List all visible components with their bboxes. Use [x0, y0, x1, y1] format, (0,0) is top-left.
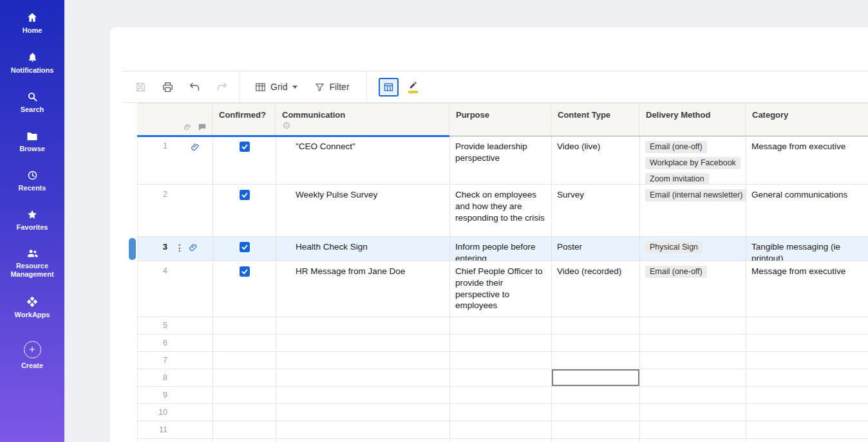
- checkbox-checked[interactable]: [240, 266, 250, 277]
- cell-category[interactable]: [746, 439, 868, 442]
- cell-confirmed[interactable]: [213, 404, 276, 421]
- cell-purpose[interactable]: [450, 421, 552, 438]
- cell-communication[interactable]: HR Message from Jane Doe: [276, 261, 450, 317]
- cell-communication[interactable]: [276, 369, 450, 386]
- attachment-icon[interactable]: [189, 242, 198, 255]
- cell-category[interactable]: [746, 421, 868, 438]
- sidebar-item-browse[interactable]: Browse: [3, 131, 62, 153]
- cell-communication[interactable]: [276, 439, 450, 442]
- row-number-cell[interactable]: 3 ⋮: [138, 237, 213, 261]
- cell-category[interactable]: General communications: [746, 185, 868, 236]
- cell-purpose[interactable]: [450, 404, 552, 421]
- cell-purpose[interactable]: [450, 335, 552, 351]
- cell-purpose[interactable]: Provide leadership perspective: [450, 136, 552, 184]
- row-number-cell[interactable]: 11: [138, 421, 213, 438]
- cell-category[interactable]: Tangible messaging (ie printout): [746, 237, 868, 261]
- row-number-cell[interactable]: 6: [138, 335, 213, 351]
- sidebar-item-resource-management[interactable]: Resource Management: [3, 248, 62, 279]
- cell-delivery-method[interactable]: [640, 421, 746, 438]
- cell-communication[interactable]: [276, 404, 450, 421]
- cell-confirmed[interactable]: [213, 439, 276, 442]
- cell-content-type[interactable]: [552, 404, 640, 421]
- cell-category[interactable]: [746, 369, 868, 386]
- cell-purpose[interactable]: [450, 387, 552, 403]
- cell-category[interactable]: [746, 335, 868, 351]
- cell-confirmed[interactable]: [213, 317, 276, 334]
- row-number-cell[interactable]: 7: [138, 352, 213, 369]
- cell-category[interactable]: [746, 404, 868, 421]
- active-cell-cursor[interactable]: [552, 369, 640, 386]
- cell-content-type[interactable]: [552, 421, 640, 438]
- cell-category[interactable]: [746, 317, 868, 334]
- row-number-header[interactable]: [137, 104, 212, 136]
- cell-delivery-method[interactable]: [640, 352, 746, 369]
- cell-communication[interactable]: [276, 317, 450, 334]
- column-header-content-type[interactable]: Content Type: [551, 104, 639, 136]
- cell-communication[interactable]: [276, 421, 450, 438]
- table-view-toggle-button[interactable]: [379, 78, 399, 97]
- row-number-cell[interactable]: 9: [138, 387, 213, 403]
- sidebar-item-search[interactable]: Search: [3, 91, 62, 114]
- cell-purpose[interactable]: Chief People Officer to provide their pe…: [450, 261, 552, 317]
- column-header-communication[interactable]: Communication: [276, 104, 449, 136]
- cell-confirmed[interactable]: [213, 136, 276, 184]
- cell-delivery-method[interactable]: [640, 404, 746, 421]
- cell-content-type[interactable]: [552, 439, 640, 442]
- row-number-cell[interactable]: 1: [138, 136, 213, 184]
- cell-delivery-method[interactable]: [640, 439, 746, 442]
- row-number-cell[interactable]: 10: [138, 404, 213, 421]
- cell-content-type[interactable]: [552, 352, 640, 369]
- cell-communication[interactable]: Weekly Pulse Survey: [276, 185, 450, 236]
- sidebar-item-home[interactable]: Home: [3, 12, 62, 35]
- cell-content-type[interactable]: [552, 335, 640, 351]
- cell-communication[interactable]: Health Check Sign: [276, 237, 450, 261]
- attachment-icon[interactable]: [191, 142, 200, 154]
- undo-button[interactable]: [187, 79, 202, 95]
- row-number-cell[interactable]: [138, 439, 213, 442]
- cell-delivery-method[interactable]: Email (internal newsletter): [640, 185, 746, 236]
- cell-purpose[interactable]: [450, 439, 552, 442]
- save-button[interactable]: [133, 79, 148, 95]
- cell-content-type[interactable]: [552, 387, 640, 403]
- cell-communication[interactable]: [276, 335, 450, 351]
- checkbox-checked[interactable]: [240, 190, 250, 200]
- cell-communication[interactable]: "CEO Connect": [276, 136, 450, 184]
- sidebar-item-recents[interactable]: Recents: [3, 170, 62, 192]
- cell-delivery-method[interactable]: Physical Sign: [640, 237, 746, 261]
- cell-delivery-method[interactable]: [640, 317, 746, 334]
- redo-button[interactable]: [214, 79, 229, 95]
- print-button[interactable]: [160, 79, 175, 95]
- cell-content-type[interactable]: Video (live): [552, 136, 640, 184]
- column-header-confirmed[interactable]: Confirmed?: [212, 104, 276, 136]
- sidebar-item-workapps[interactable]: WorkApps: [3, 296, 62, 319]
- row-menu-icon[interactable]: ⋮: [175, 242, 184, 252]
- cell-delivery-method[interactable]: [640, 387, 746, 403]
- column-header-delivery-method[interactable]: Delivery Method: [639, 104, 746, 136]
- cell-category[interactable]: [746, 387, 868, 403]
- cell-category[interactable]: [746, 352, 868, 369]
- format-paint-button[interactable]: [408, 80, 418, 93]
- cell-purpose[interactable]: [450, 352, 552, 369]
- sidebar-item-create[interactable]: Create: [3, 341, 62, 370]
- cell-purpose[interactable]: [450, 369, 552, 386]
- row-number-cell[interactable]: 8: [138, 369, 213, 386]
- cell-content-type[interactable]: Poster: [552, 237, 640, 261]
- cell-communication[interactable]: [276, 352, 450, 369]
- column-header-category[interactable]: Category: [746, 104, 868, 136]
- checkbox-checked[interactable]: [240, 142, 250, 152]
- cell-confirmed[interactable]: [213, 369, 276, 386]
- cell-confirmed[interactable]: [213, 421, 276, 438]
- column-header-purpose[interactable]: Purpose: [449, 104, 551, 136]
- cell-delivery-method[interactable]: [640, 369, 746, 386]
- cell-purpose[interactable]: Check on employees and how they are resp…: [450, 185, 552, 236]
- filter-button[interactable]: Filter: [314, 82, 349, 93]
- cell-confirmed[interactable]: [213, 352, 276, 369]
- cell-confirmed[interactable]: [213, 387, 276, 403]
- cell-category[interactable]: Message from executive: [746, 136, 868, 184]
- cell-confirmed[interactable]: [213, 185, 276, 236]
- cell-content-type[interactable]: [552, 317, 640, 334]
- cell-category[interactable]: Message from executive: [746, 261, 868, 317]
- cell-delivery-method[interactable]: Email (one-off): [640, 261, 746, 317]
- cell-purpose[interactable]: [450, 317, 552, 334]
- row-number-cell[interactable]: 2: [138, 185, 213, 236]
